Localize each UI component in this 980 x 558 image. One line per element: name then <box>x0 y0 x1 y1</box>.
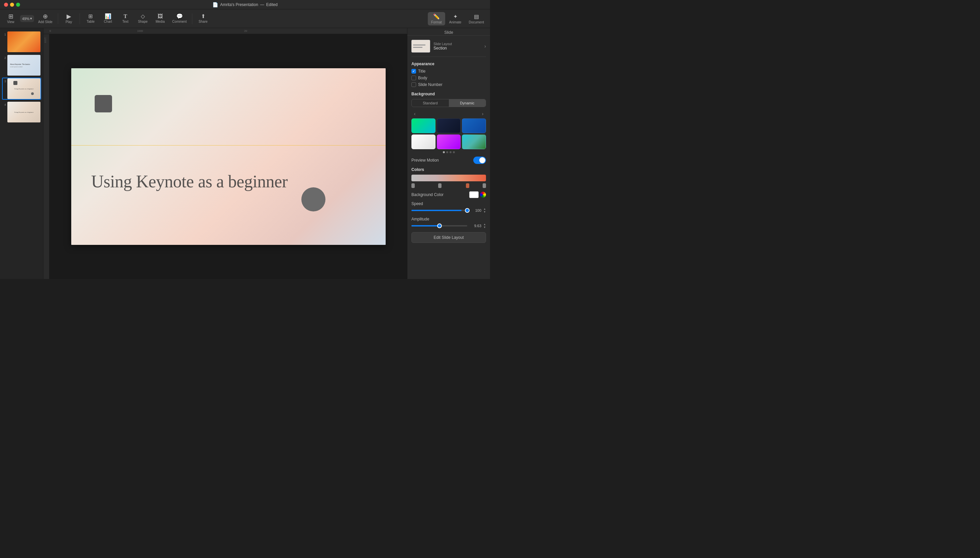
slide-img-2: About Keynote: The basics Lorem ipsum co… <box>7 55 41 75</box>
slide-thumb-4[interactable]: 4 Using Keynote as a beginner <box>2 101 41 123</box>
bg-color-wheel[interactable] <box>480 192 486 198</box>
amplitude-stepper[interactable]: ▲ ▼ <box>483 223 486 229</box>
play-label: Play <box>66 20 72 24</box>
slide-3-text: Using Keynote as a beginner <box>15 88 34 90</box>
bg-toggle-standard[interactable]: Standard <box>412 99 449 107</box>
slide-2-title: About Keynote: The basics <box>10 63 38 65</box>
slide-canvas-wrapper[interactable]: Using Keynote as a beginner <box>43 34 407 279</box>
toolbar-sep-1 <box>58 13 58 24</box>
toolbar-add-slide[interactable]: ⊕ Add Slide <box>36 12 55 25</box>
close-button[interactable] <box>4 3 8 7</box>
swatch-green[interactable] <box>411 118 436 133</box>
document-icon: 📄 <box>212 2 218 7</box>
toolbar-table[interactable]: ⊞ Table <box>83 12 99 25</box>
swatch-blue[interactable] <box>462 118 486 133</box>
checkbox-slide-number-row[interactable]: Slide Number <box>411 82 486 87</box>
checkbox-title[interactable] <box>411 69 416 74</box>
speed-down-icon[interactable]: ▼ <box>483 210 486 213</box>
title-separator: — <box>260 2 264 7</box>
ruler-mark-20: 20 <box>244 30 247 33</box>
gradient-stop-right[interactable] <box>466 183 469 188</box>
slide-thumb-2[interactable]: 2 About Keynote: The basics Lorem ipsum … <box>2 54 41 76</box>
slide-shape-rectangle[interactable] <box>95 95 112 112</box>
zoom-chevron: ▾ <box>30 16 32 21</box>
slide-thumb-3[interactable]: 3 Using Keynote as a beginner <box>2 78 41 100</box>
checkbox-slide-number[interactable] <box>411 82 416 87</box>
animate-icon: ✦ <box>453 13 457 20</box>
amplitude-thumb[interactable] <box>437 223 442 228</box>
amplitude-up-icon[interactable]: ▲ <box>483 223 486 226</box>
toolbar-chart[interactable]: 📊 Chart <box>100 12 116 25</box>
preview-motion-label: Preview Motion <box>411 158 439 162</box>
swatch-white[interactable] <box>411 135 436 149</box>
title-bar: 📄 Amrita's Presentation — Edited <box>0 0 490 9</box>
main-layout: 1 2 About Keynote: The basics Lorem ipsu… <box>0 28 490 279</box>
window-controls[interactable] <box>4 3 20 7</box>
checkbox-body[interactable] <box>411 75 416 80</box>
carousel-next-button[interactable]: › <box>479 110 486 117</box>
toolbar-zoom[interactable]: 49% ▾ <box>20 15 34 22</box>
slide-title[interactable]: Using Keynote as a beginner <box>91 172 365 191</box>
view-label: View <box>7 20 15 24</box>
toolbar-comment[interactable]: 💬 Comment <box>170 12 189 25</box>
gradient-stop-far-right[interactable] <box>483 183 486 188</box>
carousel-nav: ‹ › <box>411 110 486 117</box>
gradient-stop-mid[interactable] <box>438 183 441 188</box>
slide-img-4: Using Keynote as a beginner <box>7 102 41 122</box>
media-icon: 🖼 <box>157 14 163 19</box>
text-icon: T <box>124 14 128 19</box>
swatch-magenta[interactable] <box>437 135 461 149</box>
toolbar-animate[interactable]: ✦ Animate <box>446 12 465 25</box>
background-toggle[interactable]: Standard Dynamic <box>411 99 486 107</box>
slide-thumb-1[interactable]: 1 <box>2 31 41 53</box>
slide-layout-section[interactable]: Slide Layout Section › <box>411 40 486 57</box>
swatch-teal[interactable] <box>462 135 486 149</box>
toolbar-shape[interactable]: ◇ Shape <box>135 12 151 25</box>
layout-value: Section <box>433 46 481 51</box>
swatch-dark[interactable] <box>437 118 461 133</box>
zoom-value: 49% <box>22 17 29 21</box>
toolbar: ⊞ View 49% ▾ ⊕ Add Slide ▶ Play ⊞ Table … <box>0 9 490 28</box>
layout-thumb-line-2 <box>413 47 423 48</box>
amplitude-slider-row: Amplitude 9.63 ▲ ▼ <box>411 217 486 229</box>
toolbar-play[interactable]: ▶ Play <box>61 12 77 25</box>
carousel-dot-2 <box>446 151 448 153</box>
edit-layout-button[interactable]: Edit Slide Layout <box>411 232 486 243</box>
window-subtitle: Edited <box>266 2 278 7</box>
toolbar-view[interactable]: ⊞ View <box>3 12 19 25</box>
speed-thumb[interactable] <box>465 208 470 213</box>
slide-preview-3: Using Keynote as a beginner <box>7 78 41 99</box>
carousel-prev-button[interactable]: ‹ <box>411 110 418 117</box>
gradient-stop-left[interactable] <box>411 183 415 188</box>
share-icon: ⬆ <box>201 14 205 19</box>
amplitude-down-icon[interactable]: ▼ <box>483 226 486 229</box>
toolbar-document[interactable]: ▤ Document <box>465 12 487 25</box>
toolbar-format[interactable]: ✏️ Format <box>428 12 445 25</box>
right-panel-content: Slide Layout Section › Appearance Title … <box>407 36 490 279</box>
checkbox-body-row[interactable]: Body <box>411 75 486 80</box>
window-title: Amrita's Presentation <box>220 2 258 7</box>
toolbar-share[interactable]: ⬆ Share <box>195 12 211 25</box>
ruler-vertical: 1 0 0 <box>43 34 49 279</box>
speed-bar[interactable] <box>411 210 467 211</box>
slide-3-dot <box>31 92 34 95</box>
slide-shape-circle[interactable] <box>302 187 325 212</box>
toolbar-media[interactable]: 🖼 Media <box>152 12 168 25</box>
amplitude-bar[interactable] <box>411 225 467 226</box>
checkbox-title-row[interactable]: Title <box>411 69 486 74</box>
slide-num-3: 3 <box>3 78 6 83</box>
bg-toggle-dynamic[interactable]: Dynamic <box>449 99 486 107</box>
slide-canvas[interactable]: Using Keynote as a beginner <box>71 68 386 245</box>
toolbar-sep-2 <box>80 13 80 24</box>
toolbar-text[interactable]: T Text <box>117 12 133 25</box>
speed-stepper[interactable]: ▲ ▼ <box>483 207 486 213</box>
carousel-dot-1 <box>443 151 445 153</box>
speed-up-icon[interactable]: ▲ <box>483 207 486 210</box>
table-icon: ⊞ <box>88 14 93 19</box>
bg-color-swatch[interactable] <box>469 191 479 198</box>
animate-label: Animate <box>449 20 462 24</box>
minimize-button[interactable] <box>10 3 14 7</box>
preview-motion-toggle[interactable] <box>473 157 486 164</box>
maximize-button[interactable] <box>16 3 20 7</box>
bg-color-row: Background Color <box>411 191 486 198</box>
